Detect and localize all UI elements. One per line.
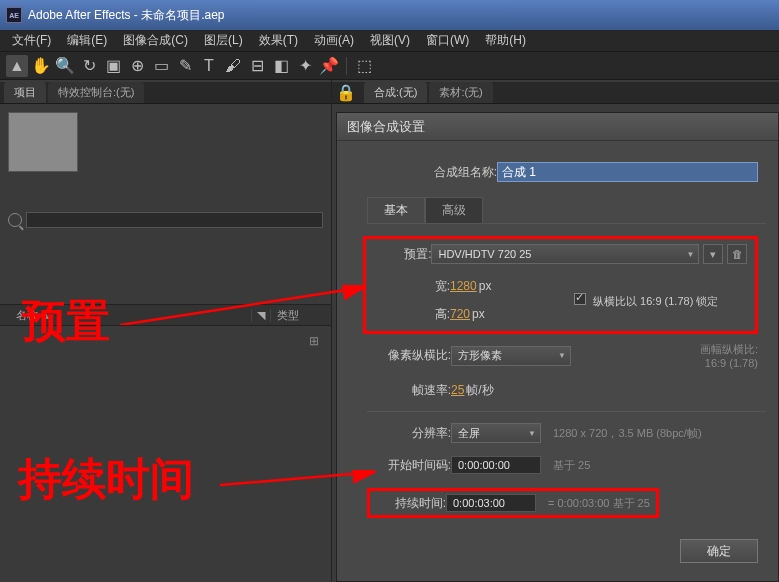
resolution-label: 分辨率: [367, 425, 451, 442]
selection-tool-icon[interactable]: ▲ [6, 55, 28, 77]
project-column-headers: 名称▲ ◥ 类型 [0, 304, 331, 326]
pixel-ratio-label: 像素纵横比: [367, 347, 451, 364]
search-icon [8, 213, 22, 227]
comp-panel-tabs: 🔒 合成:(无) 素材:(无) [332, 80, 779, 104]
project-item-list[interactable]: ⊞ [0, 326, 331, 582]
lock-aspect-checkbox[interactable] [574, 293, 586, 305]
rotate-tool-icon[interactable]: ↻ [78, 55, 100, 77]
framerate-input[interactable]: 25 [451, 383, 464, 397]
app-logo: AE [6, 7, 22, 23]
start-timecode-input[interactable]: 0:00:00:00 [451, 456, 541, 474]
start-timecode-label: 开始时间码: [367, 457, 451, 474]
workspace-icon[interactable]: ⬚ [353, 55, 375, 77]
composition-tab[interactable]: 合成:(无) [364, 82, 427, 103]
separator [367, 411, 766, 412]
menu-edit[interactable]: 编辑(E) [59, 32, 115, 49]
menu-help[interactable]: 帮助(H) [477, 32, 534, 49]
comp-name-input[interactable] [497, 162, 758, 182]
col-name[interactable]: 名称 [8, 309, 38, 321]
toolbar-separator [346, 57, 347, 75]
menu-bar: 文件(F) 编辑(E) 图像合成(C) 图层(L) 效果(T) 动画(A) 视图… [0, 30, 779, 52]
lock-aspect-label: 纵横比以 16:9 (1.78) 锁定 [593, 295, 718, 307]
zoom-tool-icon[interactable]: 🔍 [54, 55, 76, 77]
hand-tool-icon[interactable]: ✋ [30, 55, 52, 77]
roto-tool-icon[interactable]: ✦ [294, 55, 316, 77]
puppet-tool-icon[interactable]: 📌 [318, 55, 340, 77]
menu-window[interactable]: 窗口(W) [418, 32, 477, 49]
framerate-unit: 帧/秒 [466, 382, 493, 399]
width-label: 宽: [374, 278, 450, 295]
sort-icon: ▲ [42, 311, 51, 321]
flowchart-icon[interactable]: ⊞ [305, 334, 323, 352]
duration-input[interactable]: 0:00:03:00 [446, 494, 536, 512]
footage-tab[interactable]: 素材:(无) [429, 82, 492, 103]
menu-animation[interactable]: 动画(A) [306, 32, 362, 49]
effects-control-tab[interactable]: 特效控制台:(无) [48, 82, 144, 103]
col-type[interactable]: 类型 [271, 308, 331, 323]
menu-composition[interactable]: 图像合成(C) [115, 32, 196, 49]
project-panel [0, 104, 331, 304]
title-bar: AE Adobe After Effects - 未命名项目.aep [0, 0, 779, 30]
preset-label: 预置: [374, 246, 431, 263]
toolbar: ▲ ✋ 🔍 ↻ ▣ ⊕ ▭ ✎ T 🖌 ⊟ ◧ ✦ 📌 ⬚ [0, 52, 779, 80]
framerate-label: 帧速率: [367, 382, 451, 399]
lock-icon[interactable]: 🔒 [336, 83, 356, 102]
preset-dropdown[interactable]: HDV/HDTV 720 25 [431, 244, 699, 264]
frame-aspect-value: 16:9 (1.78) [705, 357, 758, 369]
duration-label: 持续时间: [376, 495, 446, 512]
pen-tool-icon[interactable]: ✎ [174, 55, 196, 77]
eraser-tool-icon[interactable]: ◧ [270, 55, 292, 77]
duration-info: = 0:00:03:00 基于 25 [548, 496, 650, 511]
menu-layer[interactable]: 图层(L) [196, 32, 251, 49]
camera-tool-icon[interactable]: ▣ [102, 55, 124, 77]
brush-tool-icon[interactable]: 🖌 [222, 55, 244, 77]
frame-aspect-label: 画幅纵横比: [700, 343, 758, 355]
save-preset-icon[interactable]: ▾ [703, 244, 723, 264]
basic-tab[interactable]: 基本 [367, 197, 425, 223]
ok-button[interactable]: 确定 [680, 539, 758, 563]
resolution-dropdown[interactable]: 全屏 [451, 423, 541, 443]
dialog-title: 图像合成设置 [337, 113, 778, 141]
rect-tool-icon[interactable]: ▭ [150, 55, 172, 77]
width-unit: px [479, 279, 492, 293]
pixel-ratio-dropdown[interactable]: 方形像素 [451, 346, 571, 366]
anchor-tool-icon[interactable]: ⊕ [126, 55, 148, 77]
delete-preset-icon[interactable]: 🗑 [727, 244, 747, 264]
project-panel-tabs: 项目 特效控制台:(无) [0, 80, 331, 104]
menu-file[interactable]: 文件(F) [4, 32, 59, 49]
composition-settings-dialog: 图像合成设置 合成组名称: 基本 高级 预置: HDV/HDTV 720 25 … [336, 112, 779, 582]
advanced-tab[interactable]: 高级 [425, 197, 483, 223]
project-tab[interactable]: 项目 [4, 82, 46, 103]
height-label: 高: [374, 306, 450, 323]
width-input[interactable]: 1280 [450, 279, 477, 293]
label-col[interactable]: ◥ [251, 309, 271, 322]
duration-highlight-box: 持续时间: 0:00:03:00 = 0:00:03:00 基于 25 [367, 488, 659, 518]
height-input[interactable]: 720 [450, 307, 470, 321]
text-tool-icon[interactable]: T [198, 55, 220, 77]
project-search-input[interactable] [26, 212, 323, 228]
stamp-tool-icon[interactable]: ⊟ [246, 55, 268, 77]
project-thumbnail [8, 112, 78, 172]
menu-effect[interactable]: 效果(T) [251, 32, 306, 49]
menu-view[interactable]: 视图(V) [362, 32, 418, 49]
preset-highlight-box: 预置: HDV/HDTV 720 25 ▾ 🗑 宽: 1280 px 高: 72… [363, 236, 758, 334]
comp-name-label: 合成组名称: [367, 164, 497, 181]
resolution-info: 1280 x 720，3.5 MB (8bpc/帧) [553, 426, 702, 441]
window-title: Adobe After Effects - 未命名项目.aep [28, 7, 225, 24]
height-unit: px [472, 307, 485, 321]
start-timecode-info: 基于 25 [553, 458, 590, 473]
